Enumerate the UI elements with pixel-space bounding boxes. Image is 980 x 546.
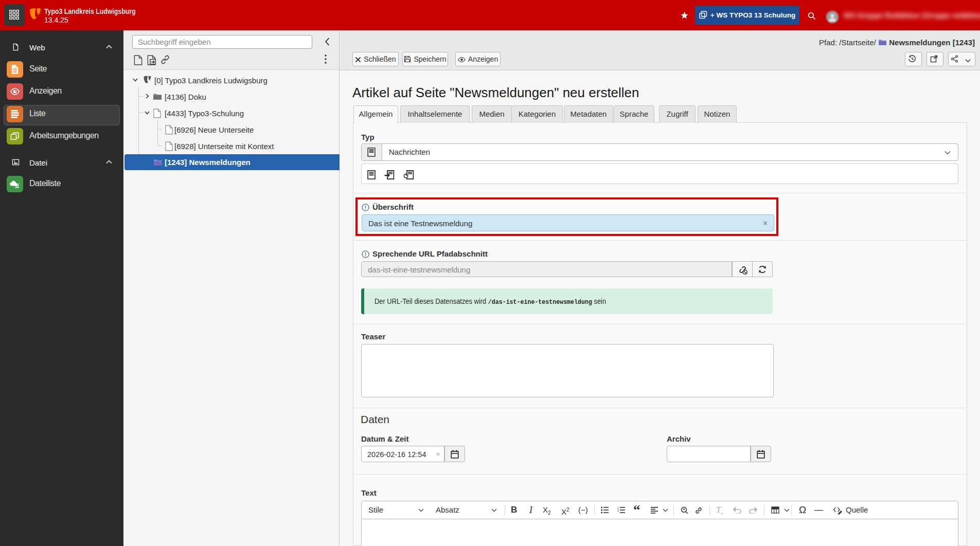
svg-text:2: 2 xyxy=(617,509,619,512)
